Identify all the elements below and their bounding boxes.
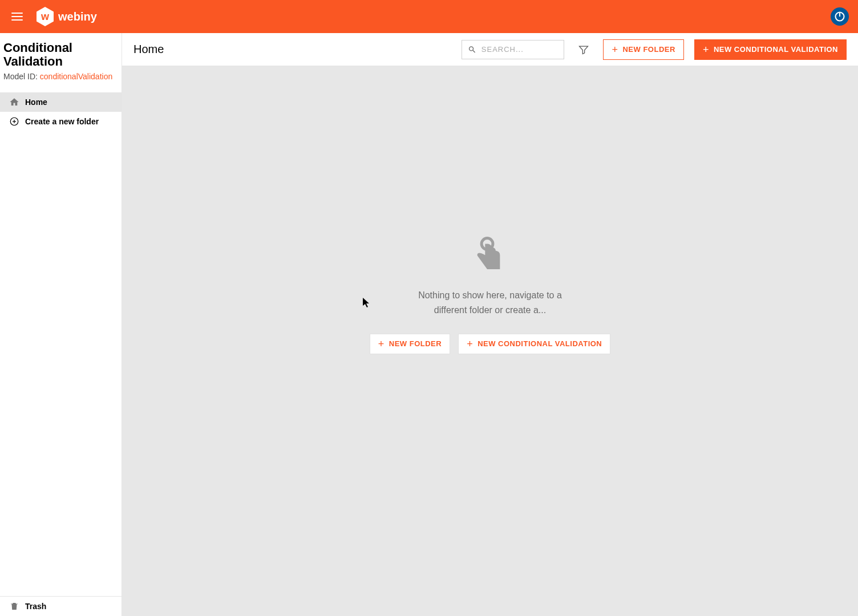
empty-message: Nothing to show here, navigate to a diff…: [416, 288, 564, 317]
trash-icon: [9, 601, 19, 611]
search-icon: [468, 44, 476, 55]
content-area: Nothing to show here, navigate to a diff…: [122, 66, 858, 616]
user-avatar-button[interactable]: [831, 7, 849, 26]
plus-circle-icon: [9, 116, 19, 127]
touch-icon: [476, 237, 504, 272]
sidebar-footer: Trash: [0, 596, 122, 616]
menu-toggle-button[interactable]: [9, 10, 25, 23]
topbar-left: w webiny: [9, 7, 97, 26]
sidebar-item-create-folder[interactable]: Create a new folder: [0, 112, 122, 131]
model-title: Conditional Validation: [3, 41, 118, 68]
sidebar-nav: Home Create a new folder: [0, 92, 122, 596]
brand-name: webiny: [58, 10, 97, 23]
empty-state: Nothing to show here, navigate to a diff…: [370, 237, 611, 354]
sidebar-item-label: Trash: [25, 602, 46, 611]
search-input[interactable]: [481, 45, 558, 54]
new-entry-button[interactable]: + NEW CONDITIONAL VALIDATION: [694, 39, 847, 60]
breadcrumb: Home: [133, 43, 164, 56]
button-label: NEW FOLDER: [622, 45, 675, 54]
main-header: Home + NEW FOLDER + NEW CONDITIONAL VALI…: [122, 33, 858, 66]
button-label: NEW FOLDER: [389, 339, 442, 348]
plus-icon: +: [703, 44, 709, 55]
sidebar-item-label: Home: [25, 98, 47, 107]
sidebar: Conditional Validation Model ID: conditi…: [0, 33, 122, 616]
sidebar-item-label: Create a new folder: [25, 117, 99, 126]
svg-marker-5: [580, 46, 588, 54]
button-label: NEW CONDITIONAL VALIDATION: [477, 339, 602, 348]
sidebar-item-home[interactable]: Home: [0, 92, 122, 112]
sidebar-header: Conditional Validation Model ID: conditi…: [0, 33, 122, 86]
layout: Conditional Validation Model ID: conditi…: [0, 33, 858, 616]
brand-badge-icon: w: [37, 7, 54, 26]
model-id-value[interactable]: conditionalValidation: [40, 72, 112, 81]
filter-button[interactable]: [574, 40, 593, 59]
empty-new-folder-button[interactable]: + NEW FOLDER: [370, 334, 450, 354]
home-icon: [9, 97, 19, 107]
plus-icon: +: [612, 44, 618, 55]
plus-icon: +: [467, 339, 473, 349]
topbar: w webiny: [0, 0, 858, 33]
search-box[interactable]: [462, 40, 564, 59]
main: Home + NEW FOLDER + NEW CONDITIONAL VALI…: [122, 33, 858, 616]
empty-new-entry-button[interactable]: + NEW CONDITIONAL VALIDATION: [458, 334, 610, 354]
button-label: NEW CONDITIONAL VALIDATION: [714, 45, 838, 54]
plus-icon: +: [378, 339, 385, 349]
sidebar-item-trash[interactable]: Trash: [0, 597, 122, 616]
filter-icon: [578, 44, 589, 55]
power-icon: [834, 11, 845, 22]
new-folder-button[interactable]: + NEW FOLDER: [603, 39, 683, 60]
model-id: Model ID: conditionalValidation: [3, 72, 118, 81]
empty-actions: + NEW FOLDER + NEW CONDITIONAL VALIDATIO…: [370, 334, 611, 354]
model-id-label: Model ID:: [3, 72, 40, 81]
brand-logo[interactable]: w webiny: [37, 7, 97, 26]
